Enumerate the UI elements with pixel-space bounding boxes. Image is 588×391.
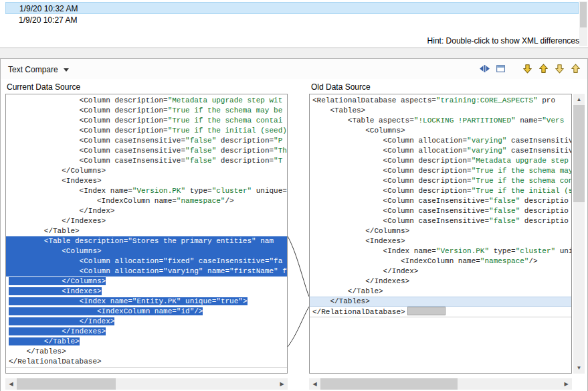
scrollbar-thumb[interactable] [573,105,585,202]
code-line[interactable]: <Table aspects="!LOCKING !PARTITIONED" n… [312,116,571,126]
scroll-right-button[interactable]: ▶ [561,378,572,390]
document-end-marker [310,317,571,317]
old-source-editor[interactable]: <RelationalDatabase aspects="training:CO… [309,94,572,374]
document-end-marker [6,367,287,368]
next-difference-icon[interactable] [520,61,534,76]
compare-toolbar-icons [477,61,583,76]
code-line[interactable]: <Column description="Metadata upgrade st… [312,156,571,166]
code-line[interactable]: </Indexes> [9,216,287,226]
scroll-left-button[interactable]: ◀ [5,378,17,390]
code-line[interactable]: <RelationalDatabase aspects="training:CO… [312,96,571,106]
previous-change-icon[interactable] [568,61,583,76]
history-row[interactable]: 1/9/20 10:32 AM [5,2,579,14]
code-line[interactable]: </Indexes> [312,277,571,287]
previous-difference-icon[interactable] [536,61,551,76]
code-text: <Table description="Stores the primary e… [9,237,274,245]
code-text: <Column caseInsensitive="false" descript… [312,217,569,225]
code-text: </Columns> [9,167,106,175]
code-line[interactable]: <Column description="True if the schema … [312,166,571,176]
code-line[interactable]: <Column allocation="fixed" caseInsensiti… [6,256,287,266]
code-line[interactable]: <Tables> [312,106,571,116]
code-line[interactable]: <Column description="Metadata upgrade st… [9,96,287,106]
code-line[interactable]: </Index> [9,206,287,216]
scroll-right-button[interactable]: ▶ [276,378,288,390]
code-line[interactable]: </Tables> [9,347,287,357]
code-line[interactable]: <Index name="Version.PK" type="cluster" … [9,186,287,196]
code-line[interactable]: </Index> [9,317,287,327]
code-line[interactable]: <Column allocation="varying" caseInsensi… [312,146,571,156]
code-line[interactable]: <Column description="True if the schema … [312,176,571,186]
scrollbar-thumb[interactable] [580,2,587,27]
code-text: </Index> [9,317,114,325]
code-line[interactable]: </Columns> [312,226,571,236]
code-line[interactable]: <Column caseInsensitive="false" descript… [312,206,571,216]
scroll-left-button[interactable]: ◀ [309,378,320,390]
code-text: <Column caseInsensitive="false" descript… [312,197,569,205]
code-text: <Tables> [312,106,365,114]
code-line[interactable]: <Column description="True if the initial… [312,186,571,196]
code-text: <Column allocation="fixed" caseInsensiti… [9,257,282,265]
right-horizontal-scrollbar[interactable]: ◀ ▶ [309,378,572,390]
scroll-up-button[interactable]: ▲ [573,94,585,105]
ancestor-pane-icon[interactable] [493,61,508,76]
code-line[interactable]: <Indexes> [9,287,287,297]
code-line[interactable]: <Column caseInsensitive="false" descript… [9,156,287,166]
left-pane-header: Current Data Source [7,82,80,92]
code-line[interactable]: <Column caseInsensitive="false" descript… [312,216,571,226]
code-line[interactable]: </Columns> [9,166,287,176]
code-text: </RelationalDatabase> [312,308,405,316]
history-scrollbar[interactable] [579,1,587,46]
code-line[interactable]: </RelationalDatabase> [9,357,287,367]
code-line[interactable]: </Indexes> [9,327,287,337]
code-text: <Index name="Version.PK" type="cluster" … [9,187,287,195]
vertical-scrollbar[interactable]: ▲ ▼ [573,94,585,374]
diff-connector-lines [288,94,309,374]
code-text: </Index> [312,267,418,275]
code-line[interactable]: <Column description="True if the schema … [9,116,287,126]
history-row[interactable]: 1/9/20 10:27 AM [5,14,579,26]
code-line[interactable]: </Table> [9,226,287,236]
code-line[interactable]: <Indexes> [312,236,571,246]
compare-direction-icon[interactable] [477,61,492,76]
current-source-editor[interactable]: <Column description="Metadata upgrade st… [5,94,288,374]
code-line[interactable]: </Index> [312,266,571,277]
code-text: </Table> [9,337,80,345]
code-line[interactable]: <Columns> [6,246,287,256]
code-text: <Column allocation="varying" name="first… [9,267,287,275]
code-line[interactable]: <Column allocation="varying" name="first… [6,266,287,277]
code-line[interactable]: </Table> [312,287,571,297]
next-change-icon[interactable] [552,61,567,76]
code-line[interactable]: </Tables> [310,297,571,307]
left-horizontal-scrollbar[interactable]: ◀ ▶ [5,378,288,390]
code-line[interactable]: <Index name="Entity.PK" unique="true"> [9,297,287,307]
code-line[interactable]: </RelationalDatabase> [312,307,571,317]
code-text: </Table> [312,287,383,295]
code-line[interactable]: </Table> [9,337,287,347]
code-line[interactable]: <Column description="True if the schema … [9,106,287,116]
code-text: <Indexes> [9,177,102,185]
code-line[interactable]: <Column allocation="varying" caseInsensi… [312,136,571,146]
code-line[interactable]: </Columns> [9,277,287,287]
code-text: </Tables> [9,347,66,356]
code-line[interactable]: <Column caseInsensitive="false" descript… [9,146,287,156]
code-line[interactable]: <Indexes> [9,176,287,186]
code-line[interactable]: <Column description="True if the initial… [9,126,287,136]
code-text: <Column allocation="varying" caseInsensi… [312,147,571,155]
code-line[interactable]: <Table description="Stores the primary e… [6,236,287,246]
text-compare-dropdown[interactable]: Text Compare [8,63,69,76]
scroll-down-button[interactable]: ▼ [573,362,585,374]
code-line[interactable]: <Index name="Version.PK" type="cluster" … [312,246,571,256]
code-line[interactable]: <IndexColumn name="namespace"/> [9,196,287,206]
code-text: </RelationalDatabase> [9,358,102,366]
code-text: <Columns> [9,247,102,255]
scrollbar-thumb[interactable] [17,378,116,390]
code-line[interactable]: <Columns> [312,126,571,136]
code-line[interactable]: <Column caseInsensitive="false" descript… [9,136,287,146]
scrollbar-thumb[interactable] [320,378,458,390]
code-text: <Column description="True if the schema … [312,177,571,185]
code-line[interactable]: <IndexColumn name="id"/> [9,307,287,317]
code-text: <Index name="Version.PK" type="cluster" … [312,247,571,255]
code-line[interactable]: <IndexColumn name="namespace"/> [312,256,571,266]
code-line[interactable]: <Column caseInsensitive="false" descript… [312,196,571,206]
history-timestamp: 1/9/20 10:32 AM [19,4,78,13]
